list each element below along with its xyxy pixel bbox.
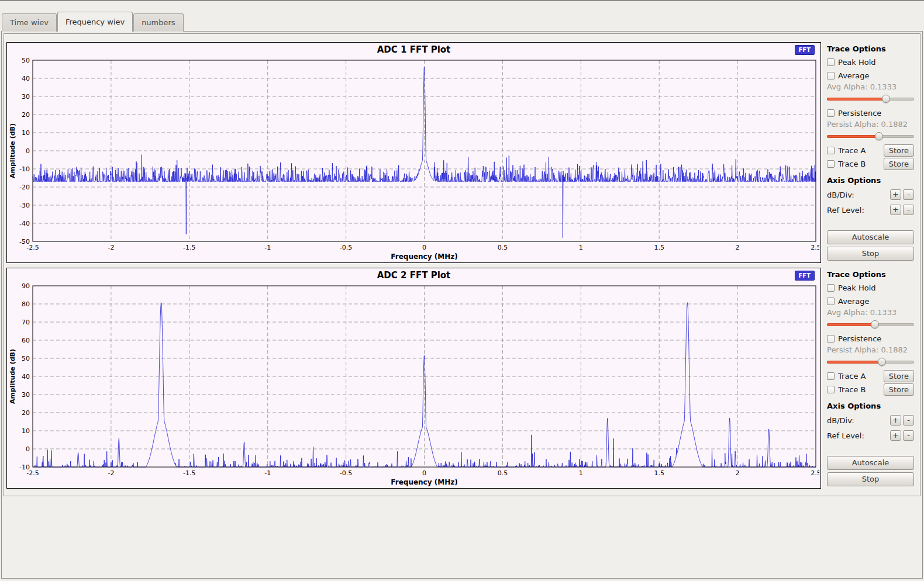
adc1-axis-options-header: Axis Options — [827, 176, 914, 185]
tab-time-view[interactable]: Time wiev — [2, 13, 57, 32]
svg-text:20: 20 — [22, 409, 30, 417]
adc2-db-div-row: dB/Div: + - — [827, 413, 914, 428]
svg-text:-10: -10 — [19, 464, 30, 471]
svg-text:-50: -50 — [19, 238, 30, 245]
persist-alpha-slider[interactable] — [827, 132, 914, 141]
adc1-fft-plot: -2.5-2-1.5-1-0.500.511.522.5-50-40-30-20… — [8, 57, 819, 261]
notebook-page: ADC 1 FFT Plot FFT -2.5-2-1.5-1-0.500.51… — [1, 31, 923, 579]
ref-level-minus-button[interactable]: - — [903, 205, 914, 215]
svg-text:0: 0 — [422, 469, 426, 477]
svg-text:90: 90 — [22, 282, 30, 290]
slider-thumb[interactable] — [875, 132, 883, 140]
ref-level-label: Ref Level: — [827, 206, 864, 215]
svg-text:1.5: 1.5 — [654, 469, 664, 477]
adc2-fft-badge[interactable]: FFT — [795, 271, 815, 281]
ref-level-plus-button[interactable]: + — [890, 430, 901, 441]
ref-level-label: Ref Level: — [827, 431, 864, 440]
adc1-fft-badge[interactable]: FFT — [795, 45, 815, 55]
svg-text:-1: -1 — [264, 469, 271, 477]
peak-hold-checkbox[interactable] — [827, 284, 835, 292]
fft-plot-canvas: -2.5-2-1.5-1-0.500.511.522.5-10010203040… — [8, 282, 819, 487]
trace-b-store-button[interactable]: Store — [884, 158, 914, 170]
adc2-plot-title: ADC 2 FFT Plot — [7, 270, 820, 281]
trace-b-checkbox[interactable] — [827, 386, 835, 393]
tab-frequency-view[interactable]: Frequency wiev — [57, 12, 133, 32]
db-div-minus-button[interactable]: - — [903, 415, 914, 426]
svg-text:10: 10 — [22, 427, 30, 435]
db-div-minus-button[interactable]: - — [903, 189, 914, 200]
svg-text:-2: -2 — [108, 244, 114, 251]
trace-a-store-button[interactable]: Store — [884, 144, 914, 157]
db-div-label: dB/Div: — [827, 416, 854, 425]
trace-a-checkbox[interactable] — [827, 147, 835, 154]
svg-text:-1.5: -1.5 — [183, 469, 195, 477]
stop-button[interactable]: Stop — [827, 472, 914, 486]
adc1-peak-hold-row: Peak Hold — [827, 56, 914, 69]
adc1-fft-panel: ADC 1 FFT Plot FFT -2.5-2-1.5-1-0.500.51… — [6, 42, 821, 263]
persist-alpha-slider[interactable] — [827, 358, 914, 367]
db-div-plus-button[interactable]: + — [890, 189, 901, 200]
ref-level-plus-button[interactable]: + — [890, 205, 901, 215]
svg-text:Amplitude (dB): Amplitude (dB) — [9, 123, 16, 178]
peak-hold-label: Peak Hold — [838, 58, 876, 67]
adc1-db-div-row: dB/Div: + - — [827, 187, 914, 202]
svg-text:40: 40 — [22, 75, 30, 82]
adc2-ref-level-row: Ref Level: + - — [827, 428, 914, 443]
trace-b-label: Trace B — [838, 385, 866, 394]
svg-text:2.5: 2.5 — [811, 244, 819, 251]
db-div-plus-button[interactable]: + — [890, 415, 901, 426]
peak-hold-checkbox[interactable] — [827, 58, 835, 66]
trace-a-checkbox[interactable] — [827, 372, 835, 380]
db-div-label: dB/Div: — [827, 191, 854, 199]
svg-text:-20: -20 — [19, 184, 30, 191]
adc2-persistence-row: Persistence — [827, 332, 914, 345]
svg-text:0.5: 0.5 — [498, 244, 508, 251]
svg-text:-1: -1 — [264, 244, 271, 251]
adc1-trace-a-row: Trace A Store — [827, 144, 914, 157]
svg-text:10: 10 — [22, 129, 30, 137]
svg-text:80: 80 — [22, 300, 30, 308]
average-checkbox[interactable] — [827, 72, 835, 79]
persistence-checkbox[interactable] — [827, 335, 835, 343]
avg-alpha-label: Avg Alpha: 0.1333 — [827, 82, 914, 94]
slider-thumb[interactable] — [871, 320, 879, 328]
persistence-label: Persistence — [838, 334, 881, 343]
adc1-sidebar: Trace Options Peak Hold Average Avg Alph… — [822, 42, 918, 263]
persistence-checkbox[interactable] — [827, 109, 835, 117]
trace-a-store-button[interactable]: Store — [884, 370, 914, 382]
svg-text:-30: -30 — [19, 202, 30, 209]
adc2-trace-a-row: Trace A Store — [827, 369, 914, 383]
peak-hold-label: Peak Hold — [838, 283, 876, 292]
avg-alpha-slider[interactable] — [827, 320, 914, 330]
svg-text:0: 0 — [26, 445, 30, 453]
persist-alpha-label: Persist Alpha: 0.1882 — [827, 345, 914, 357]
adc2-trace-options-header: Trace Options — [827, 270, 914, 279]
trace-b-checkbox[interactable] — [827, 160, 835, 168]
svg-text:Frequency (MHz): Frequency (MHz) — [391, 478, 457, 486]
slider-thumb[interactable] — [878, 358, 886, 366]
svg-text:30: 30 — [22, 391, 30, 399]
adc2-trace-b-row: Trace B Store — [827, 383, 914, 396]
adc1-persistence-row: Persistence — [827, 106, 914, 120]
slider-fill — [827, 135, 879, 138]
stop-button[interactable]: Stop — [827, 247, 914, 261]
ref-level-minus-button[interactable]: - — [903, 430, 914, 441]
average-label: Average — [838, 71, 869, 80]
svg-text:-0.5: -0.5 — [340, 244, 352, 251]
adc2-fft-panel: ADC 2 FFT Plot FFT -2.5-2-1.5-1-0.500.51… — [6, 268, 821, 489]
svg-text:2: 2 — [736, 244, 740, 251]
average-checkbox[interactable] — [827, 298, 835, 305]
svg-text:2.5: 2.5 — [811, 469, 819, 477]
slider-thumb[interactable] — [882, 95, 890, 103]
autoscale-button[interactable]: Autoscale — [827, 230, 914, 244]
autoscale-button[interactable]: Autoscale — [827, 456, 914, 470]
tab-numbers[interactable]: numbers — [133, 13, 184, 32]
svg-text:0: 0 — [26, 147, 30, 155]
adc2-fft-plot: -2.5-2-1.5-1-0.500.511.522.5-10010203040… — [8, 282, 819, 487]
slider-fill — [827, 98, 886, 101]
avg-alpha-slider[interactable] — [827, 95, 914, 104]
adc1-ref-level-row: Ref Level: + - — [827, 202, 914, 217]
window-top-edge — [0, 0, 924, 1]
trace-b-store-button[interactable]: Store — [884, 383, 914, 396]
svg-text:50: 50 — [22, 355, 30, 362]
